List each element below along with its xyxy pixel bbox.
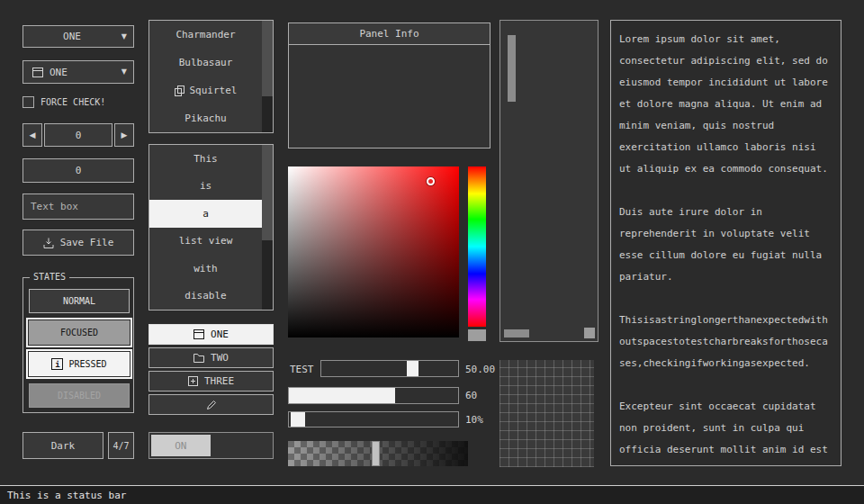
- paragraph: Thisisastringlongerthanexpectedwithoutsp…: [619, 310, 832, 374]
- alpha-slider-handle[interactable]: [372, 441, 380, 466]
- spinner-increment-button[interactable]: ▶: [114, 123, 134, 147]
- pressed-button[interactable]: i PRESSED: [29, 352, 130, 376]
- dropdown-one[interactable]: ONE ▼: [22, 25, 134, 48]
- info-panel: Panel Info: [288, 22, 490, 148]
- normal-button[interactable]: NORMAL: [29, 289, 130, 313]
- list-item-label: a: [202, 208, 209, 220]
- left-arrow-icon: ◀: [30, 131, 36, 140]
- number-field[interactable]: 0: [22, 158, 134, 183]
- chevron-down-icon: ▼: [122, 68, 127, 76]
- color-saturation-square[interactable]: [288, 166, 459, 338]
- hue-bar[interactable]: [468, 166, 486, 327]
- scrollbar[interactable]: [262, 145, 273, 310]
- scroll-panel: [500, 20, 598, 342]
- dropdown-two-value: ONE: [50, 67, 68, 78]
- spinner-value: 0: [76, 130, 82, 141]
- grid-canvas[interactable]: [500, 360, 594, 467]
- status-bar: This is a status bar: [0, 485, 864, 504]
- text-input[interactable]: Text box: [22, 194, 134, 220]
- spinner-decrement-button[interactable]: ◀: [22, 123, 42, 147]
- one-button[interactable]: ONE: [148, 324, 274, 345]
- states-group-title: STATES: [30, 272, 69, 282]
- scrollbar-thumb[interactable]: [262, 96, 273, 132]
- save-file-button[interactable]: Save File: [22, 230, 134, 256]
- spinner-value-field[interactable]: 0: [44, 123, 112, 147]
- alpha-slider[interactable]: [288, 441, 468, 466]
- focused-button[interactable]: FOCUSED: [29, 320, 130, 345]
- list-item[interactable]: Pikachu: [149, 104, 262, 132]
- copy-icon: [175, 86, 184, 96]
- paragraph: Duis aute irure dolor in reprehenderit i…: [619, 202, 832, 288]
- paragraph: Excepteur sint occaecat cupidatat non pr…: [619, 396, 832, 466]
- test-slider-handle[interactable]: [407, 361, 418, 376]
- list-item-label: is: [200, 180, 212, 192]
- two-button[interactable]: TWO: [148, 347, 274, 368]
- list-item-label: This: [194, 153, 218, 165]
- list-item-label: list view: [179, 235, 233, 247]
- text-input-placeholder: Text box: [31, 201, 78, 212]
- vertical-scrollbar-thumb[interactable]: [508, 35, 516, 102]
- list-item[interactable]: is: [149, 173, 262, 201]
- info-icon: i: [51, 358, 63, 370]
- pager-button[interactable]: 4/7: [108, 432, 134, 459]
- scrollbar[interactable]: [262, 21, 273, 132]
- folder-icon: [194, 354, 204, 363]
- test-slider[interactable]: [320, 360, 459, 377]
- pokemon-listview: Charmander Bulbasaur Squirtel Pikachu: [148, 20, 274, 133]
- horizontal-scrollbar-thumb[interactable]: [504, 329, 529, 338]
- spinner: ◀ 0 ▶: [22, 123, 134, 147]
- dropdown-one-value: ONE: [63, 31, 81, 42]
- toggle-knob[interactable]: ON: [151, 435, 211, 456]
- right-arrow-icon: ▶: [122, 131, 128, 140]
- info-panel-title: Panel Info: [359, 28, 418, 40]
- text-panel: Lorem ipsum dolor sit amet, consectetur …: [610, 20, 842, 466]
- theme-button-label: Dark: [51, 440, 76, 452]
- percent-slider-handle[interactable]: [291, 412, 305, 427]
- word-listview: This is a list view with disable: [148, 144, 274, 310]
- toggle-label: ON: [175, 440, 186, 452]
- list-item[interactable]: list view: [149, 228, 262, 256]
- save-icon: [43, 238, 54, 248]
- force-check-checkbox[interactable]: FORCE CHECK!: [22, 96, 105, 108]
- list-item-selected[interactable]: a: [149, 200, 262, 228]
- percent-slider-value: 10%: [465, 414, 483, 426]
- resize-corner[interactable]: [584, 328, 595, 338]
- pressed-button-label: PRESSED: [68, 359, 106, 369]
- disabled-button: DISABLED: [29, 383, 130, 408]
- list-item[interactable]: Bulbasaur: [149, 49, 262, 76]
- progress-slider[interactable]: [288, 387, 459, 404]
- status-bar-text: This is a status bar: [7, 490, 126, 501]
- list-item-label: Charmander: [176, 29, 235, 40]
- list-item-label: Bulbasaur: [179, 57, 233, 68]
- focused-button-label: FOCUSED: [60, 328, 98, 338]
- scrollbar-thumb[interactable]: [262, 240, 273, 310]
- info-panel-titlebar[interactable]: Panel Info: [289, 23, 490, 45]
- test-slider-value: 50.00: [465, 364, 495, 375]
- progress-slider-fill: [289, 388, 395, 403]
- list-item-label: Pikachu: [184, 112, 226, 124]
- one-button-label: ONE: [211, 328, 229, 340]
- list-item[interactable]: This: [149, 145, 262, 173]
- hue-handle[interactable]: [468, 329, 486, 341]
- dropdown-two[interactable]: ONE ▼: [22, 60, 134, 84]
- edit-button[interactable]: [148, 394, 274, 415]
- on-off-toggle[interactable]: ON: [148, 432, 274, 459]
- percent-slider[interactable]: [288, 411, 459, 428]
- pager-button-label: 4/7: [112, 441, 129, 451]
- list-item[interactable]: Squirtel: [149, 76, 262, 104]
- window-icon: [32, 68, 43, 77]
- disabled-button-label: DISABLED: [58, 391, 101, 400]
- three-button-label: THREE: [204, 375, 234, 387]
- list-item[interactable]: with: [149, 255, 262, 283]
- list-item[interactable]: Charmander: [149, 21, 262, 49]
- progress-slider-value: 60: [465, 390, 477, 401]
- number-field-value: 0: [76, 165, 82, 176]
- list-item-label: disable: [184, 290, 226, 302]
- test-slider-label: TEST: [290, 364, 314, 375]
- normal-button-label: NORMAL: [63, 296, 95, 306]
- theme-button[interactable]: Dark: [22, 432, 104, 459]
- checkbox-box-icon: [22, 96, 34, 108]
- list-item[interactable]: disable: [149, 283, 262, 310]
- color-cursor-icon[interactable]: [427, 177, 435, 185]
- three-button[interactable]: THREE: [148, 371, 274, 392]
